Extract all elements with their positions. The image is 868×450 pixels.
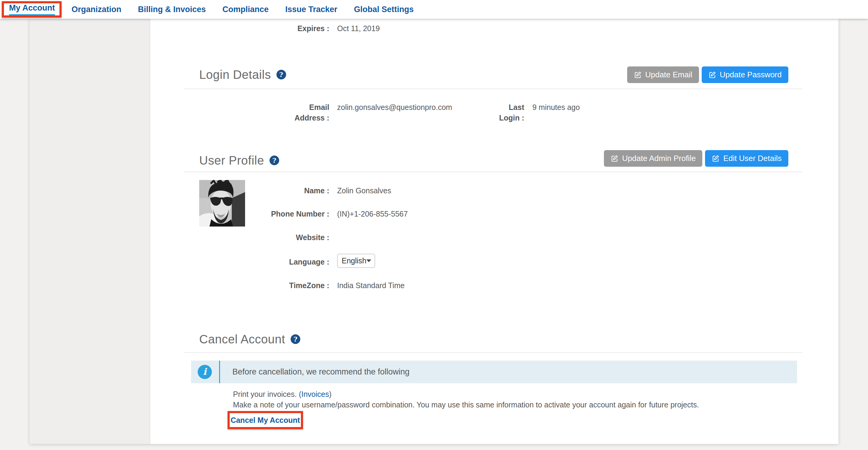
tab-issue-tracker-label: Issue Tracker	[285, 5, 337, 14]
update-password-button[interactable]: Update Password	[702, 66, 788, 83]
content-card: Expires : Oct 11, 2019 Login Details ? U…	[30, 19, 838, 444]
section-divider	[184, 172, 802, 172]
chevron-down-icon	[366, 260, 371, 262]
print-invoices-line: Print your invoices. (Invoices)	[233, 390, 332, 399]
login-details-heading: Login Details ?	[199, 67, 286, 82]
help-icon[interactable]: ?	[276, 70, 286, 80]
edit-user-details-label: Edit User Details	[723, 154, 782, 163]
print-invoices-text-close: )	[329, 390, 331, 398]
tab-billing-invoices[interactable]: Billing & Invoices	[138, 5, 206, 14]
update-admin-profile-button[interactable]: Update Admin Profile	[604, 150, 702, 167]
expires-label: Expires :	[181, 23, 329, 34]
cancel-account-heading: Cancel Account ?	[199, 332, 300, 347]
login-details-buttons: Update Email Update Password	[627, 66, 788, 83]
update-password-label: Update Password	[720, 70, 782, 80]
user-profile-title: User Profile	[199, 154, 264, 167]
tab-compliance[interactable]: Compliance	[222, 5, 269, 14]
tab-global-settings-label: Global Settings	[354, 5, 414, 14]
cancellation-info-title: Before cancellation, we recommend the fo…	[232, 361, 409, 383]
page: My Account Organization Billing & Invoic…	[0, 0, 868, 450]
timezone-label: TimeZone :	[181, 280, 329, 291]
update-email-label: Update Email	[645, 70, 692, 80]
email-address-label: Email Address :	[289, 102, 329, 123]
expires-value: Oct 11, 2019	[337, 23, 380, 34]
website-label: Website :	[181, 232, 329, 243]
login-details-title: Login Details	[199, 68, 271, 82]
top-nav: My Account Organization Billing & Invoic…	[0, 0, 868, 19]
left-sidebar-panel	[30, 19, 150, 444]
tab-organization[interactable]: Organization	[71, 5, 121, 14]
tab-my-account-label: My Account	[9, 3, 55, 16]
language-label: Language :	[181, 257, 329, 267]
print-invoices-text: Print your invoices. (	[233, 390, 301, 398]
language-select[interactable]: English	[337, 254, 375, 268]
edit-icon	[708, 71, 716, 79]
section-divider	[184, 352, 802, 353]
cancel-my-account-link[interactable]: Cancel My Account	[230, 416, 300, 425]
timezone-value: India Standard Time	[337, 280, 405, 291]
help-icon[interactable]: ?	[291, 334, 300, 344]
email-address-value: zolin.gonsalves@questionpro.com	[337, 102, 452, 113]
user-profile-buttons: Update Admin Profile Edit User Details	[604, 150, 788, 167]
cancel-account-title: Cancel Account	[199, 332, 285, 346]
edit-user-details-button[interactable]: Edit User Details	[705, 150, 788, 167]
phone-number-label: Phone Number :	[181, 209, 329, 219]
update-email-button[interactable]: Update Email	[627, 66, 699, 83]
tab-organization-label: Organization	[71, 5, 121, 14]
edit-icon	[712, 155, 719, 162]
name-value: Zolin Gonsalves	[337, 185, 391, 196]
cancellation-info-box: i Before cancellation, we recommend the …	[191, 361, 797, 383]
name-label: Name :	[181, 185, 329, 196]
tab-my-account[interactable]: My Account	[9, 3, 55, 16]
update-admin-profile-label: Update Admin Profile	[622, 154, 696, 163]
tab-issue-tracker[interactable]: Issue Tracker	[285, 5, 337, 14]
language-selected-value: English	[342, 257, 366, 265]
edit-icon	[611, 155, 618, 162]
tab-global-settings[interactable]: Global Settings	[354, 5, 414, 14]
phone-number-value: (IN)+1-206-855-5567	[337, 209, 408, 219]
last-login-value: 9 minutes ago	[532, 102, 580, 113]
info-box-divider	[219, 361, 220, 383]
tab-billing-invoices-label: Billing & Invoices	[138, 5, 206, 14]
user-profile-heading: User Profile ?	[199, 153, 279, 168]
help-icon[interactable]: ?	[270, 155, 279, 165]
last-login-label: Last Login :	[496, 102, 524, 123]
edit-icon	[634, 71, 642, 79]
invoices-link[interactable]: Invoices	[301, 390, 329, 398]
tab-compliance-label: Compliance	[222, 5, 269, 14]
info-icon: i	[198, 365, 212, 379]
section-divider	[184, 89, 802, 89]
red-annotation-box-cancel-account: Cancel My Account	[227, 411, 303, 429]
username-password-note: Make a note of your username/password co…	[233, 400, 699, 409]
